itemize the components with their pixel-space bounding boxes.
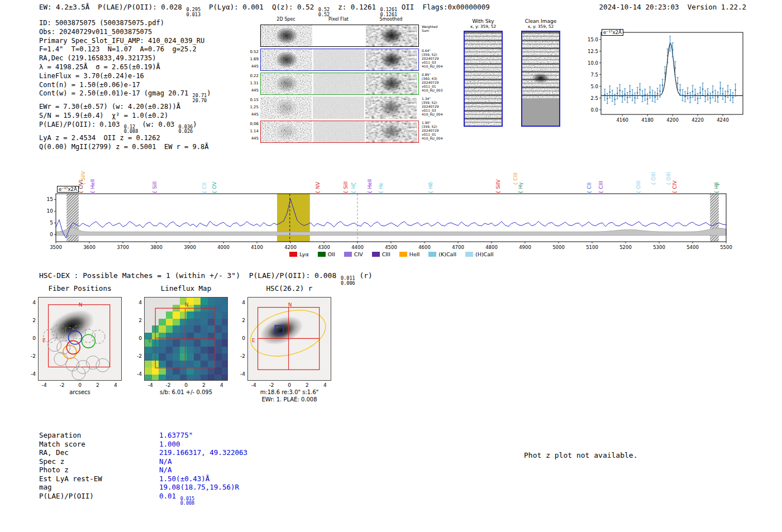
x-tick-label: 5300 — [653, 245, 665, 250]
lo-value: 0.026 — [179, 129, 193, 134]
legend-label: (K)CaII — [438, 251, 456, 257]
match-field-value: 19.08(18.75,19.56)R — [159, 483, 239, 491]
scale-value: 445 — [244, 135, 259, 142]
y-tick-label: 0 — [232, 336, 245, 341]
y-tick-label: 2 — [232, 318, 245, 323]
fiber-circle — [53, 325, 66, 338]
x-tick-label: 0 — [283, 382, 296, 388]
match-field-label: Separation — [39, 431, 159, 440]
data-point — [634, 97, 636, 99]
x-tick-label: 3900 — [184, 245, 196, 250]
clean-image-panel: Clean Image x, y: 359, 52 — [518, 18, 563, 127]
match-field-value: 219.166317, 49.322063 — [159, 448, 247, 457]
data-point — [727, 91, 729, 93]
text-segment: OII Flags:0x00000009 — [397, 3, 490, 11]
scale-value: 0.52 — [244, 49, 259, 56]
plae-caption: EWr: 1. PLAE: 0.008 — [241, 396, 338, 402]
row-panels — [260, 97, 419, 119]
legend-item: HeII — [399, 251, 420, 257]
panel-title: With Sky — [461, 18, 506, 24]
text-segment: P(LAE)/P(OII): 0.103 — [39, 121, 124, 128]
scale-value: 0.22 — [244, 73, 259, 80]
row-panels — [260, 49, 419, 71]
text-segment: 1.63775" — [159, 431, 193, 439]
annotation-line: 410_RU_004 — [422, 136, 442, 140]
spectral-stripes — [465, 32, 502, 126]
row-annotation: WeightedSum — [422, 25, 437, 32]
y-tick-label: 0 — [50, 232, 53, 237]
data-point — [624, 94, 626, 95]
x-tick-label: -2 — [265, 382, 278, 388]
fiber-circle — [72, 367, 85, 380]
data-point — [642, 95, 643, 97]
annotation-line: Weighted — [422, 25, 437, 28]
info-line: Primary Spec_Slot_IFU_AMP: 410_024_039_R… — [39, 37, 211, 46]
scale-value: 1.25 — [244, 104, 259, 111]
x-tick-label: 4700 — [452, 245, 464, 250]
data-point — [682, 94, 684, 96]
data-point — [632, 94, 633, 96]
fiber-circle — [68, 331, 82, 344]
info-line: Obs: 20240729v011_5003875075 — [39, 28, 211, 37]
fiber-positions-plot: NE — [38, 297, 122, 381]
data-point — [652, 95, 654, 97]
lo-value: 0.008 — [180, 501, 195, 506]
legend-item: (K)CaII — [428, 251, 456, 257]
y-tick-label: -2 — [128, 353, 142, 359]
photz-note: Phot z plot not available. — [524, 451, 638, 459]
text-segment: LineFlux = 3.70(±0.24)e-16 — [39, 72, 144, 80]
lo-value: 0.52 — [318, 12, 330, 17]
data-point — [692, 91, 694, 93]
match-table-row: Photo zN/A — [39, 466, 247, 475]
data-point — [644, 94, 646, 95]
x-tick-label: 4240 — [717, 117, 729, 123]
annotation-line: 20240729 — [422, 80, 442, 84]
line-fit-canvas: 0.02.55.07.510.012.515.04160418042004220… — [575, 27, 760, 132]
row-panels — [260, 25, 419, 47]
match-field-label: Match score — [39, 440, 159, 449]
fiber-circle — [96, 358, 109, 372]
hi-lo-stack: 0.0110.006 — [341, 276, 355, 285]
info-line: ID: 5003875075 (5003875075.pdf) — [39, 19, 211, 28]
aperture-square — [49, 305, 110, 367]
annotation-line: 20240729 — [422, 56, 442, 60]
x-tick-label: 3600 — [83, 245, 96, 250]
flat-region — [522, 98, 559, 126]
panel-title: HSC(26.2) r — [247, 284, 331, 293]
data-point — [627, 97, 628, 98]
legend-swatch — [465, 252, 473, 257]
data-point — [707, 94, 709, 95]
text-segment: Obs: 20240729v011_5003875075 — [39, 28, 152, 36]
legend-label: CIV — [354, 251, 363, 257]
text-segment: EW: 4.2±3.5Å P(LAE)/P(OII): 0.028 — [39, 3, 186, 11]
elixer-report: EW: 4.2±3.5Å P(LAE)/P(OII): 0.028 0.2950… — [0, 0, 782, 532]
x-tick-label: 4300 — [318, 245, 330, 250]
hi-lo-stack: 0.0360.026 — [179, 124, 193, 134]
match-properties-table: Separation1.63775"Match score1.000RA, De… — [39, 431, 247, 506]
data-point — [699, 92, 701, 94]
flux-units-label: e⁻¹⁷x2Å — [57, 186, 79, 193]
x-tick-label: 4 — [215, 382, 228, 388]
info-line: λ = 4198.25Å σ = 2.65(±0.19)Å — [39, 63, 211, 72]
data-point — [647, 98, 649, 100]
info-line: Q(0.00) MgII(2799) z = 0.5001 EW r = 9.8… — [39, 143, 211, 152]
data-point — [629, 91, 631, 93]
y-tick-label: 4 — [128, 300, 142, 305]
data-point — [679, 89, 681, 91]
scale-value: 445 — [244, 111, 259, 118]
row-annotation: 1.90"(359, 52)20240729v011_01410_RU_004 — [422, 121, 442, 140]
line-fit-plot: e⁻¹⁷x2Å 0.02.55.07.510.012.515.041604180… — [575, 27, 760, 130]
spec2d-image — [261, 73, 312, 94]
data-point — [664, 73, 666, 74]
row-panels — [260, 121, 419, 143]
noise-texture — [313, 121, 365, 142]
compass-east: E — [42, 338, 46, 343]
annotation-line: v011_03 — [422, 108, 442, 112]
fiber-positions-canvas: NE — [39, 298, 122, 381]
text-segment: z: 0.1261 — [330, 3, 380, 11]
x-tick-label: -2 — [161, 382, 175, 388]
data-point — [717, 97, 719, 98]
annotation-line: 1.34" — [422, 97, 442, 100]
data-point — [672, 49, 674, 51]
spec2d-col-header: Pixel Flat — [313, 17, 364, 22]
